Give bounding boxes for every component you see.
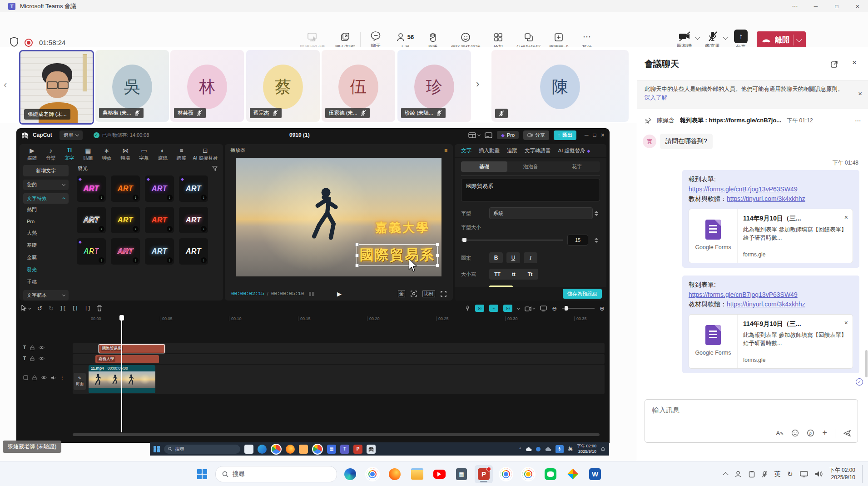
bold-button[interactable]: B: [489, 252, 503, 263]
subtab-fancy[interactable]: 花字: [554, 161, 600, 172]
auto-caption-icon[interactable]: (•): [503, 305, 512, 312]
selection-handle[interactable]: [355, 264, 359, 267]
tray-sync-icon[interactable]: ↻: [787, 470, 793, 478]
pinned-more-icon[interactable]: ⋯: [855, 117, 861, 124]
text-effect-item[interactable]: ◆ART↓: [145, 175, 174, 202]
text-effect-item[interactable]: ART↓: [111, 238, 140, 265]
shared-powerpoint-icon[interactable]: P: [353, 445, 362, 454]
tinyurl-link[interactable]: https://tinyurl.com/3k4xkhhz: [727, 195, 805, 202]
download-icon[interactable]: ↓: [99, 257, 104, 263]
tray-mic-muted-icon[interactable]: [762, 471, 768, 478]
text-effect-item[interactable]: ◆ART↓: [179, 175, 208, 202]
visibility-icon[interactable]: [41, 376, 47, 380]
clip-settings-icon[interactable]: [525, 306, 531, 311]
timeline-ruler[interactable]: 00:00 00:05 00:10 00:15 00:20 00:25 00:3…: [73, 315, 605, 323]
taskbar-search-box[interactable]: 搜尋: [215, 466, 337, 482]
send-icon[interactable]: [843, 429, 851, 437]
yours-dropdown[interactable]: 您的: [23, 180, 69, 190]
tab-media[interactable]: ▶媒體: [23, 147, 41, 161]
shared-tray-chevron[interactable]: ^: [519, 447, 521, 451]
popout-chat-icon[interactable]: [830, 60, 838, 68]
category-trending[interactable]: 大熱: [23, 227, 69, 239]
timeline-clip-text-1[interactable]: 國際貿易系: [99, 344, 165, 353]
beat-marker-icon[interactable]: ≡: [489, 305, 498, 312]
firefox-icon[interactable]: [386, 465, 404, 483]
selection-handle[interactable]: [355, 243, 359, 246]
text-effect-item[interactable]: ART↓: [145, 207, 174, 233]
participant-tile[interactable]: 蔡 蔡宗杰: [246, 50, 320, 122]
shared-capcut-icon-active[interactable]: [367, 445, 376, 454]
capcut-menu-button[interactable]: 選單: [60, 130, 83, 140]
google-forms-card[interactable]: Google Forms 114年9月10日（三... × 此為報到表單 參加教…: [689, 314, 853, 369]
tab-stickers[interactable]: ▦貼圖: [79, 147, 97, 161]
taskbar-clock[interactable]: 下午 02:002025/9/10: [829, 467, 855, 481]
tray-people-icon[interactable]: [734, 471, 742, 478]
italic-button[interactable]: I: [524, 252, 537, 263]
canvas-text-1[interactable]: 嘉義大學: [375, 220, 430, 236]
mute-track-icon[interactable]: [51, 376, 56, 380]
tray-clipboard-icon[interactable]: [749, 471, 755, 478]
text-effects-dropdown[interactable]: 文字特效: [23, 193, 69, 204]
loop-icon[interactable]: p: [807, 429, 814, 437]
panel-icon[interactable]: [485, 132, 492, 138]
select-tool-chevron[interactable]: [28, 306, 31, 309]
titlecase-button[interactable]: Tt: [522, 271, 538, 277]
text-effect-item[interactable]: ART↓: [179, 207, 208, 233]
record-voiceover-icon[interactable]: [465, 305, 470, 311]
shared-app-icon[interactable]: [244, 445, 253, 454]
shared-firefox-icon[interactable]: [286, 445, 295, 454]
props-tab-animation[interactable]: 插入動畫: [479, 147, 500, 154]
subtab-basic[interactable]: 基礎: [461, 161, 507, 172]
cover-button[interactable]: ✎ 封面: [74, 373, 86, 390]
ime-language-indicator[interactable]: 英: [774, 470, 781, 478]
message-input-box[interactable]: 輸入訊息 A✎ p +: [645, 399, 858, 443]
font-size-value[interactable]: 15: [567, 235, 588, 246]
download-icon[interactable]: ↓: [99, 195, 104, 200]
show-desktop-button[interactable]: [862, 465, 864, 483]
download-icon[interactable]: ↓: [133, 226, 139, 232]
underline-button[interactable]: U: [506, 252, 520, 263]
download-icon[interactable]: ↓: [133, 257, 139, 263]
timeline-scrollbar[interactable]: [73, 433, 600, 436]
redo-icon[interactable]: ↻: [49, 305, 54, 312]
save-preset-button[interactable]: 儲存為預設組: [563, 289, 602, 299]
category-hot[interactable]: 熱門: [23, 204, 69, 216]
props-tab-tts[interactable]: 文字轉語音: [525, 147, 551, 154]
playhead-line[interactable]: [121, 320, 122, 432]
file-explorer-icon[interactable]: [408, 465, 426, 483]
text-effect-item[interactable]: ART↓: [111, 175, 140, 202]
category-basic[interactable]: 基礎: [23, 239, 69, 251]
zoom-in-icon[interactable]: ⊕: [600, 305, 605, 312]
shared-teams-icon[interactable]: T: [340, 445, 349, 454]
category-handwriting[interactable]: 手稿: [23, 276, 69, 288]
card-close-icon[interactable]: ×: [844, 213, 848, 223]
forms-link[interactable]: https://forms.gle/cnB7jog13vP63SW49: [689, 291, 798, 298]
participant-tile[interactable]: 林 林芸薇: [170, 50, 244, 122]
participant-tile-video[interactable]: 張婕葳老師 (未...: [19, 50, 94, 125]
camera-chevron-icon[interactable]: [694, 34, 700, 40]
add-text-button[interactable]: 新增文字: [23, 165, 69, 176]
calculator-icon[interactable]: ▦: [452, 465, 471, 483]
subtab-bubble[interactable]: 泡泡音: [507, 161, 554, 172]
select-tool-icon[interactable]: [21, 305, 27, 311]
shared-calculator-icon[interactable]: ▦: [327, 445, 336, 454]
preview-axis-icon[interactable]: [540, 306, 547, 311]
capcut-close-icon[interactable]: ×: [601, 131, 605, 139]
window-close-icon[interactable]: ×: [847, 0, 868, 12]
youtube-icon[interactable]: [430, 465, 448, 483]
category-pro[interactable]: Pro: [23, 216, 69, 227]
delete-icon[interactable]: [97, 305, 102, 311]
strip-next-icon[interactable]: ›: [476, 78, 479, 90]
download-icon[interactable]: ↓: [133, 195, 139, 200]
text-effect-item[interactable]: ART↓: [77, 207, 106, 233]
font-size-slider[interactable]: [461, 240, 563, 240]
tab-filters[interactable]: ◐濾鏡: [154, 147, 172, 161]
tab-audio[interactable]: ♪音樂: [42, 147, 60, 161]
incoming-message[interactable]: 請問在哪簽到?: [660, 134, 713, 149]
mic-chevron-icon[interactable]: [723, 34, 729, 40]
ratio-button[interactable]: 比例: [422, 290, 435, 297]
format-icon[interactable]: A✎: [776, 430, 784, 436]
tab-transitions[interactable]: ⋈轉場: [116, 147, 134, 161]
shared-mic-active-icon[interactable]: [556, 445, 564, 453]
shared-onedrive-icon[interactable]: [525, 447, 532, 451]
